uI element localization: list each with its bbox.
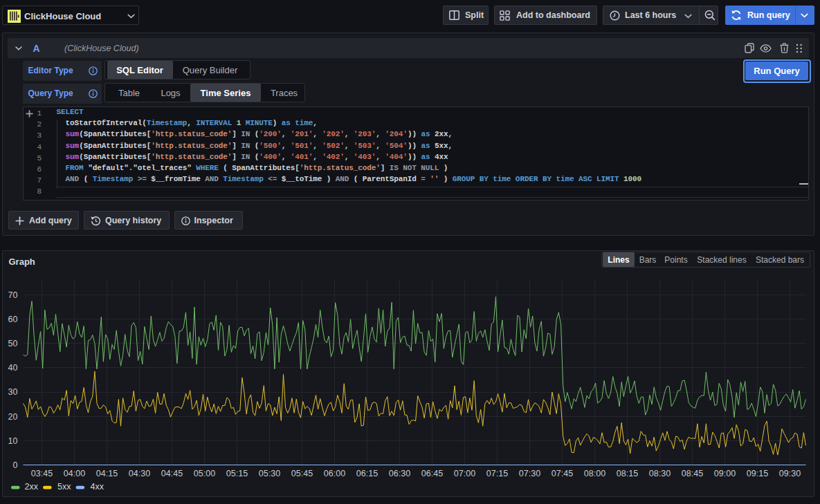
svg-text:05:45: 05:45 [291,469,312,478]
svg-text:08:30: 08:30 [648,469,670,478]
svg-text:08:15: 08:15 [616,469,637,478]
svg-text:07:15: 07:15 [486,469,507,478]
svg-text:05:15: 05:15 [226,469,247,478]
svg-text:08:00: 08:00 [583,469,605,478]
svg-text:06:30: 06:30 [388,469,410,478]
svg-text:04:00: 04:00 [63,469,84,478]
svg-text:20: 20 [8,411,17,421]
svg-text:04:30: 04:30 [128,469,149,478]
svg-text:40: 40 [8,363,17,373]
svg-text:04:45: 04:45 [161,469,182,478]
svg-text:30: 30 [8,387,17,397]
svg-text:08:45: 08:45 [681,469,702,478]
svg-text:04:15: 04:15 [95,469,117,478]
svg-text:07:45: 07:45 [551,469,572,478]
svg-text:05:30: 05:30 [258,469,280,478]
svg-text:06:00: 06:00 [323,469,345,478]
svg-text:07:30: 07:30 [518,469,540,478]
svg-text:09:30: 09:30 [778,469,800,478]
svg-text:60: 60 [8,314,17,324]
svg-text:10: 10 [8,436,17,445]
svg-text:06:15: 06:15 [356,469,377,478]
svg-text:06:45: 06:45 [421,469,442,478]
svg-text:05:00: 05:00 [193,469,215,478]
svg-text:09:15: 09:15 [746,469,767,478]
svg-text:5xx: 5xx [57,482,71,492]
svg-text:4xx: 4xx [90,482,104,492]
svg-text:09:00: 09:00 [713,469,735,478]
svg-text:50: 50 [8,339,17,348]
svg-text:2xx: 2xx [24,482,38,492]
svg-text:03:45: 03:45 [30,469,52,478]
svg-text:0: 0 [12,460,17,469]
svg-text:70: 70 [8,290,17,299]
svg-text:07:00: 07:00 [453,469,475,478]
